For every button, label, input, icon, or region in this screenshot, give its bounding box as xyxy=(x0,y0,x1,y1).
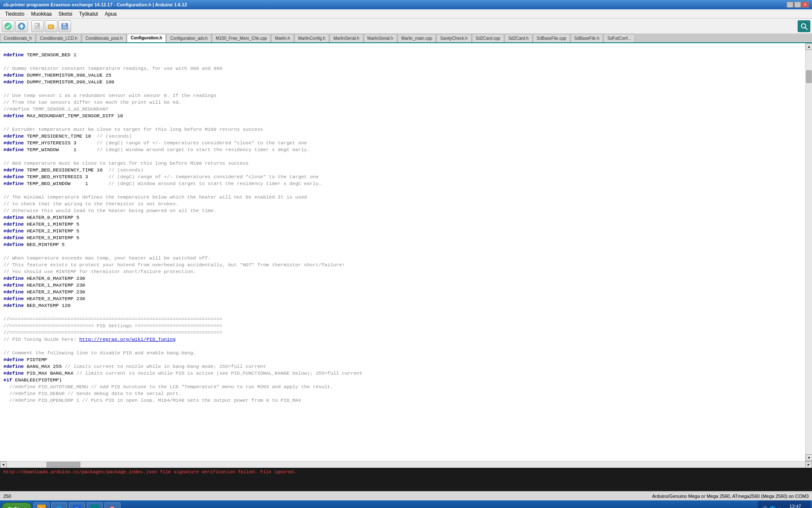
editor-main: #define TEMP_SENSOR_BED 1 // Dummy therm… xyxy=(0,43,812,468)
taskbar-ie[interactable]: e xyxy=(69,502,85,508)
svg-rect-3 xyxy=(21,27,22,28)
taskbar-arduino[interactable]: ∞ xyxy=(87,502,103,508)
code-editor[interactable]: #define TEMP_SENSOR_BED 1 // Dummy therm… xyxy=(0,43,805,461)
start-button[interactable]: ⊞ Start xyxy=(2,502,32,508)
tabs-bar: Conditionals_h Conditionals_LCD.h Condit… xyxy=(0,34,812,43)
vertical-scrollbar[interactable]: ▲ ▼ xyxy=(805,43,812,461)
tab-configuration-h[interactable]: Configuration.h xyxy=(127,34,166,42)
scroll-thumb[interactable] xyxy=(806,70,812,83)
explorer-icon: 🗂 xyxy=(37,505,46,508)
new-button[interactable] xyxy=(31,20,44,32)
tab-marlinconfig[interactable]: MarlinConfig.h xyxy=(294,34,329,42)
clock-time: 13:47 xyxy=(784,504,807,508)
h-scroll-track[interactable] xyxy=(7,461,805,468)
tray-icon-2: 🌐 xyxy=(769,506,776,508)
open-button[interactable] xyxy=(45,20,58,32)
taskbar-explorer[interactable]: 🗂 xyxy=(33,502,49,508)
tab-sanitycheck[interactable]: SanityCheck.h xyxy=(436,34,471,42)
window-controls: _ □ ✕ xyxy=(787,2,809,8)
tab-sd2card-cpp[interactable]: Sd2Card.cpp xyxy=(472,34,504,42)
close-button[interactable]: ✕ xyxy=(802,2,809,8)
upload-button[interactable] xyxy=(15,20,28,32)
ie-icon: e xyxy=(73,505,81,508)
scroll-right-button[interactable]: ► xyxy=(805,461,812,468)
window-title: cb-printer programm Erasmus exchange 14.… xyxy=(3,2,187,7)
scroll-up-button[interactable]: ▲ xyxy=(806,43,812,50)
menu-apua[interactable]: Apua xyxy=(102,9,120,18)
tab-configuration-adv[interactable]: Configuration_adv.h xyxy=(166,34,211,42)
svg-point-0 xyxy=(5,23,11,30)
line-number: 250 xyxy=(3,494,11,499)
tab-marlin-main[interactable]: Marlin_main.cpp xyxy=(398,34,436,42)
arduino-icon: ∞ xyxy=(91,505,99,508)
tab-marlinserial-h[interactable]: MarlinSerial.h xyxy=(329,34,363,42)
scroll-down-button[interactable]: ▼ xyxy=(806,454,812,461)
taskbar: ⊞ Start 🗂 🌐 e ∞ 🎯 🔊 🌐 ⚡ 13:47 xyxy=(0,500,812,508)
tab-conditionals-h[interactable]: Conditionals_h xyxy=(0,34,36,42)
tab-sdbasefile-cpp[interactable]: SdBaseFile.cpp xyxy=(533,34,570,42)
tray-icon-3: ⚡ xyxy=(777,506,780,508)
chrome-icon: 🌐 xyxy=(55,505,63,508)
tab-conditionals-lcd[interactable]: Conditionals_LCD.h xyxy=(36,34,81,42)
clock: 13:47 14.12.2017 xyxy=(784,504,807,508)
tray-icon-1: 🔊 xyxy=(761,506,768,508)
tab-marlin-h[interactable]: Marlin.h xyxy=(271,34,294,42)
tab-conditionals-post[interactable]: Conditionals_post.h xyxy=(82,34,126,42)
taskbar-left: ⊞ Start 🗂 🌐 e ∞ 🎯 xyxy=(2,502,121,508)
taskbar-right: 🔊 🌐 ⚡ 13:47 14.12.2017 xyxy=(758,500,810,508)
svg-rect-11 xyxy=(63,26,67,29)
console-message: http://downloads.arduino.cc/packages/pac… xyxy=(3,469,296,475)
search-button[interactable] xyxy=(798,20,810,32)
taskbar-extra[interactable]: 🎯 xyxy=(104,502,121,508)
tab-sd2card-h[interactable]: Sd2Card.h xyxy=(505,34,532,42)
title-bar: cb-printer programm Erasmus exchange 14.… xyxy=(0,0,812,9)
extra-icon: 🎯 xyxy=(108,505,117,508)
h-scroll-thumb[interactable] xyxy=(47,462,80,467)
menu-sketsi[interactable]: Sketsi xyxy=(55,9,76,18)
menu-tiedosto[interactable]: Tiedosto xyxy=(2,9,28,18)
status-bar: 250 Arduino/Genuino Mega or Mega 2560, A… xyxy=(0,491,812,500)
editor-wrapper: #define TEMP_SENSOR_BED 1 // Dummy therm… xyxy=(0,43,812,468)
tab-sdbasefile-h[interactable]: SdBaseFile.h xyxy=(571,34,603,42)
scroll-track[interactable] xyxy=(806,50,812,454)
taskbar-chrome[interactable]: 🌐 xyxy=(51,502,67,508)
main-content: #define TEMP_SENSOR_BED 1 // Dummy therm… xyxy=(0,43,812,491)
board-info: Arduino/Genuino Mega or Mega 2560, ATmeg… xyxy=(652,494,809,499)
editor-body: #define TEMP_SENSOR_BED 1 // Dummy therm… xyxy=(0,43,812,461)
svg-line-13 xyxy=(805,28,807,30)
minimize-button[interactable]: _ xyxy=(787,2,793,8)
toolbar xyxy=(0,19,812,34)
scroll-left-button[interactable]: ◄ xyxy=(0,461,7,468)
save-button[interactable] xyxy=(58,20,71,32)
svg-point-12 xyxy=(801,24,806,28)
verify-button[interactable] xyxy=(2,20,14,32)
menu-tyokalut[interactable]: Työkalut xyxy=(76,9,102,18)
menu-bar: Tiedosto Muokkaa Sketsi Työkalut Apua xyxy=(0,9,812,19)
maximize-button[interactable]: □ xyxy=(794,2,801,8)
tab-m100[interactable]: M100_Free_Mem_Chk.cpp xyxy=(212,34,271,42)
svg-rect-10 xyxy=(63,23,66,25)
system-tray-icons: 🔊 🌐 ⚡ xyxy=(761,506,780,508)
menu-muokkaa[interactable]: Muokkaa xyxy=(28,9,55,18)
horizontal-scrollbar[interactable]: ◄ ► xyxy=(0,461,812,468)
tab-sdfatconf[interactable]: SdFatConf... xyxy=(604,34,635,42)
console-area: http://downloads.arduino.cc/packages/pac… xyxy=(0,468,812,491)
tab-marlinserial2[interactable]: MarlinSerial.h xyxy=(364,34,397,42)
